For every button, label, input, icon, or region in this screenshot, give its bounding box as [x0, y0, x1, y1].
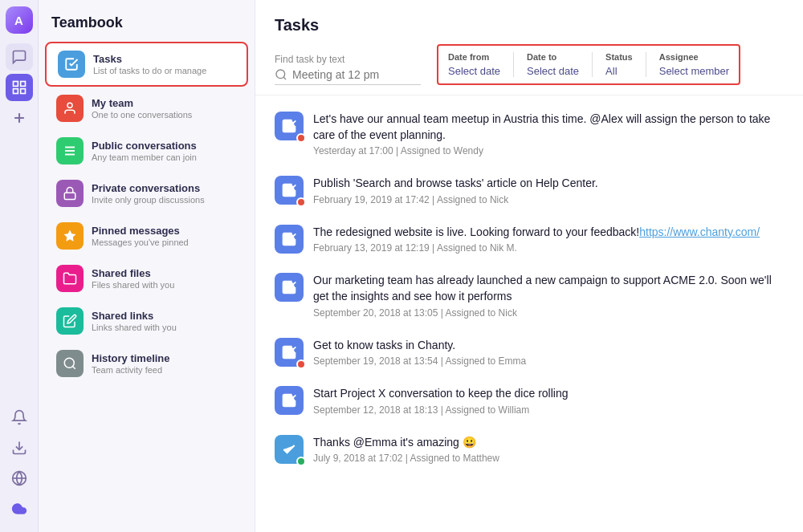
date-from-filter: Date from Select date [448, 52, 500, 77]
tasks-nav-icon[interactable] [6, 74, 33, 101]
bell-icon[interactable] [6, 404, 33, 431]
date-to-label: Date to [527, 52, 579, 62]
sidebar-item-subtitle-history: Team activity feed [92, 365, 170, 375]
sidebar-item-label-tasks: Tasks [93, 53, 206, 65]
task-item[interactable]: Our marketing team has already launched … [255, 263, 803, 327]
sidebar-icon-history [56, 350, 84, 377]
chat-nav-icon[interactable] [6, 43, 33, 71]
search-input[interactable]: Meeting at 12 pm [292, 68, 421, 81]
task-meta: September 19, 2018 at 13:54 | Assigned t… [313, 355, 784, 367]
sidebar-item-subtitle-links: Links shared with you [92, 323, 177, 332]
sidebar-item-public[interactable]: Public conversationsAny team member can … [45, 130, 248, 172]
sidebar-item-history[interactable]: History timelineTeam activity feed [45, 343, 248, 384]
status-value[interactable]: All [605, 65, 633, 77]
sidebar-text-pinned: Pinned messagesMessages you've pinned [92, 225, 189, 247]
sidebar-item-subtitle-private: Invite only group discussions [92, 195, 205, 205]
search-icon [275, 68, 287, 81]
search-label: Find task by text [275, 54, 421, 65]
sidebar-item-files[interactable]: Shared filesFiles shared with you [45, 258, 248, 299]
task-meta: February 13, 2019 at 12:19 | Assigned to… [313, 242, 784, 254]
sidebar-item-label-links: Shared links [92, 310, 177, 322]
svg-rect-3 [20, 89, 25, 94]
task-badge [296, 457, 306, 466]
task-body: Publish 'Search and browse tasks' articl… [313, 176, 784, 205]
task-avatar [275, 386, 304, 415]
task-item[interactable]: Thanks @Emma it's amazing 😀July 9, 2018 … [255, 425, 803, 474]
task-item[interactable]: Publish 'Search and browse tasks' articl… [255, 166, 803, 215]
sidebar-item-private[interactable]: Private conversationsInvite only group d… [45, 173, 248, 214]
sidebar-item-label-public: Public conversations [92, 140, 197, 152]
task-badge [296, 133, 306, 143]
status-label: Status [605, 52, 633, 62]
task-text: Publish 'Search and browse tasks' articl… [313, 176, 784, 192]
sidebar-icon-pinned [56, 222, 84, 250]
task-item[interactable]: The redesigned website is live. Looking … [255, 215, 803, 264]
sidebar-item-subtitle-pinned: Messages you've pinned [92, 238, 189, 247]
user-avatar[interactable]: A [6, 6, 33, 34]
task-body: The redesigned website is live. Looking … [313, 225, 784, 254]
sidebar-icon-files [56, 265, 84, 292]
cloud-icon[interactable] [6, 495, 33, 522]
add-nav-icon[interactable] [6, 104, 33, 132]
sidebar-item-myteam[interactable]: My teamOne to one conversations [45, 87, 248, 129]
task-item[interactable]: Start Project X conversation to keep the… [255, 376, 803, 425]
sidebar-text-links: Shared linksLinks shared with you [92, 310, 177, 332]
sidebar-icon-tasks [58, 51, 85, 78]
globe-icon[interactable] [6, 465, 33, 492]
svg-point-9 [67, 103, 72, 108]
task-avatar [275, 176, 304, 205]
assignee-filter: Assignee Select member [659, 52, 729, 77]
task-avatar [275, 112, 304, 140]
task-meta: Yesterday at 17:00 | Assigned to Wendy [313, 145, 784, 156]
sidebar-icon-myteam [56, 95, 84, 122]
svg-rect-0 [13, 82, 18, 87]
sidebar-text-public: Public conversationsAny team member can … [92, 140, 197, 162]
status-filter: Status All [605, 52, 633, 77]
assignee-value[interactable]: Select member [659, 65, 729, 77]
sidebar-text-tasks: TasksList of tasks to do or manage [93, 53, 206, 75]
sidebar-item-links[interactable]: Shared linksLinks shared with you [45, 300, 248, 342]
download-icon[interactable] [6, 434, 33, 461]
task-text: Thanks @Emma it's amazing 😀 [313, 435, 784, 451]
task-text: Our marketing team has already launched … [313, 273, 784, 304]
task-avatar [275, 435, 304, 464]
sidebar-text-history: History timelineTeam activity feed [92, 352, 170, 375]
sidebar-title: Teambook [39, 0, 255, 41]
svg-point-17 [276, 70, 285, 79]
sidebar: Teambook TasksList of tasks to do or man… [39, 0, 255, 532]
task-body: Get to know tasks in Chanty.September 19… [313, 338, 784, 368]
search-input-row: Meeting at 12 pm [275, 68, 421, 85]
task-list: Let's have our annual team meetup in Aus… [255, 95, 803, 532]
sidebar-item-pinned[interactable]: Pinned messagesMessages you've pinned [45, 215, 248, 257]
task-link[interactable]: https://www.chanty.com/ [639, 225, 760, 238]
task-avatar [275, 273, 304, 302]
sidebar-icon-private [56, 180, 84, 207]
main-panel: Tasks Find task by text Meeting at 12 pm… [255, 0, 803, 532]
task-avatar [275, 225, 304, 254]
task-avatar [275, 338, 304, 367]
sidebar-text-myteam: My teamOne to one conversations [92, 97, 192, 120]
svg-rect-13 [64, 193, 75, 199]
assignee-label: Assignee [659, 52, 729, 62]
task-meta: July 9, 2018 at 17:02 | Assigned to Matt… [313, 453, 784, 464]
bottom-icons [6, 404, 33, 532]
task-text: Let's have our annual team meetup in Aus… [313, 112, 784, 143]
filter-divider-3 [646, 52, 646, 77]
sidebar-item-label-private: Private conversations [92, 182, 205, 194]
task-item[interactable]: Get to know tasks in Chanty.September 19… [255, 328, 803, 377]
task-text: Get to know tasks in Chanty. [313, 338, 784, 354]
task-item[interactable]: Let's have our annual team meetup in Aus… [255, 102, 803, 166]
svg-rect-2 [13, 89, 18, 94]
date-to-value[interactable]: Select date [527, 65, 579, 77]
icon-bar: A [0, 0, 39, 532]
task-body: Let's have our annual team meetup in Aus… [313, 112, 784, 156]
filter-divider-2 [592, 52, 593, 77]
filter-divider-1 [513, 52, 514, 77]
sidebar-item-subtitle-public: Any team member can join [92, 152, 197, 162]
filter-bar: Find task by text Meeting at 12 pm Date … [255, 35, 803, 95]
svg-line-18 [283, 77, 286, 79]
sidebar-item-label-history: History timeline [92, 352, 170, 364]
sidebar-item-tasks[interactable]: TasksList of tasks to do or manage [45, 42, 248, 87]
svg-line-16 [72, 366, 75, 368]
date-from-value[interactable]: Select date [448, 65, 500, 77]
